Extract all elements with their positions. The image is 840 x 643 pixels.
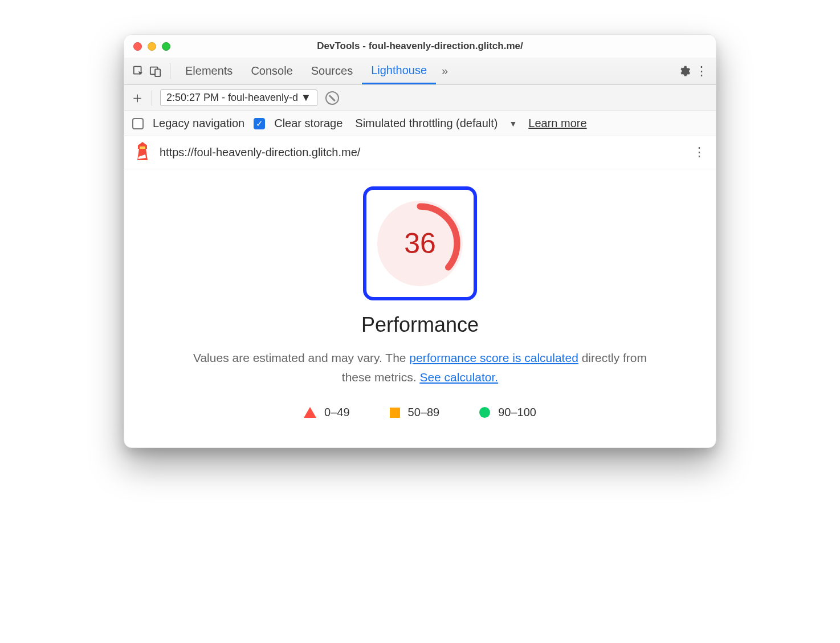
square-icon bbox=[390, 408, 400, 418]
divider bbox=[170, 63, 170, 79]
learn-more-link[interactable]: Learn more bbox=[528, 117, 586, 130]
report-selector[interactable]: 2:50:27 PM - foul-heavenly-dir ▼ bbox=[160, 89, 317, 106]
close-window-button[interactable] bbox=[133, 42, 142, 51]
performance-label: Performance bbox=[147, 313, 693, 337]
svg-rect-2 bbox=[155, 69, 160, 76]
kebab-menu-icon[interactable]: ⋮ bbox=[693, 64, 710, 79]
inspect-element-icon[interactable] bbox=[130, 65, 147, 78]
legend-range-average: 50–89 bbox=[408, 406, 440, 419]
devtools-window: DevTools - foul-heavenly-direction.glitc… bbox=[124, 34, 716, 448]
legacy-navigation-label: Legacy navigation bbox=[153, 117, 244, 130]
legend-range-pass: 90–100 bbox=[498, 406, 536, 419]
settings-icon[interactable] bbox=[676, 65, 693, 78]
score-highlight-box: 36 bbox=[363, 186, 477, 300]
legend-fail: 0–49 bbox=[304, 406, 350, 419]
desc-text: Values are estimated and may vary. The bbox=[193, 351, 409, 364]
lighthouse-logo-icon bbox=[134, 142, 150, 163]
clear-storage-checkbox[interactable]: ✓ bbox=[254, 118, 265, 129]
chevron-down-icon[interactable]: ▼ bbox=[509, 119, 517, 128]
maximize-window-button[interactable] bbox=[162, 42, 170, 51]
window-title: DevTools - foul-heavenly-direction.glitc… bbox=[124, 40, 716, 52]
circle-icon bbox=[479, 407, 490, 418]
report-menu-icon[interactable]: ⋮ bbox=[693, 150, 706, 154]
see-calculator-link[interactable]: See calculator. bbox=[419, 371, 498, 384]
throttling-label: Simulated throttling (default) bbox=[355, 117, 498, 130]
tab-lighthouse[interactable]: Lighthouse bbox=[362, 58, 436, 84]
options-bar: Legacy navigation ✓ Clear storage Simula… bbox=[124, 111, 716, 136]
score-legend: 0–49 50–89 90–100 bbox=[147, 406, 693, 419]
lighthouse-subbar: ＋ 2:50:27 PM - foul-heavenly-dir ▼ bbox=[124, 85, 716, 111]
tab-sources[interactable]: Sources bbox=[302, 58, 362, 84]
new-report-button[interactable]: ＋ bbox=[130, 88, 144, 108]
report-url: https://foul-heavenly-direction.glitch.m… bbox=[160, 146, 360, 159]
clear-icon[interactable] bbox=[325, 91, 339, 105]
report-selector-label: 2:50:27 PM - foul-heavenly-dir bbox=[166, 92, 297, 104]
minimize-window-button[interactable] bbox=[148, 42, 156, 51]
legend-range-fail: 0–49 bbox=[324, 406, 350, 419]
triangle-icon bbox=[304, 407, 316, 418]
main-toolbar: Elements Console Sources Lighthouse » ⋮ bbox=[124, 58, 716, 85]
clear-storage-label: Clear storage bbox=[274, 117, 342, 130]
device-toggle-icon[interactable] bbox=[147, 65, 164, 78]
report-header: https://foul-heavenly-direction.glitch.m… bbox=[124, 136, 716, 169]
legacy-navigation-checkbox[interactable] bbox=[132, 118, 144, 129]
more-tabs-icon[interactable]: » bbox=[436, 64, 454, 78]
svg-point-7 bbox=[383, 206, 457, 280]
tab-console[interactable]: Console bbox=[242, 58, 301, 84]
legend-average: 50–89 bbox=[390, 406, 440, 419]
performance-gauge[interactable]: 36 bbox=[377, 201, 463, 286]
window-controls bbox=[133, 42, 170, 51]
score-calculated-link[interactable]: performance score is calculated bbox=[409, 351, 578, 364]
chevron-down-icon: ▼ bbox=[301, 92, 311, 104]
performance-description: Values are estimated and may vary. The p… bbox=[186, 348, 654, 386]
report-body: 36 Performance Values are estimated and … bbox=[124, 169, 716, 447]
titlebar: DevTools - foul-heavenly-direction.glitc… bbox=[124, 35, 716, 58]
tab-elements[interactable]: Elements bbox=[176, 58, 242, 84]
divider bbox=[152, 91, 152, 105]
legend-pass: 90–100 bbox=[479, 406, 536, 419]
